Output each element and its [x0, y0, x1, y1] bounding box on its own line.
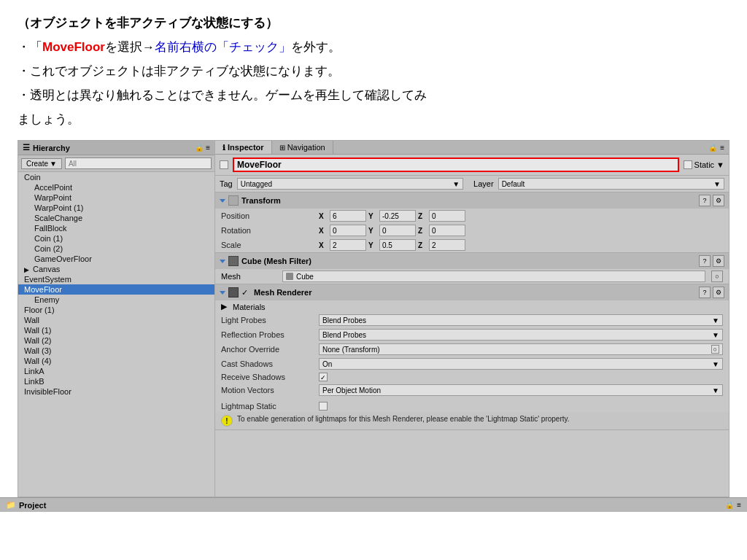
anchor-override-dropdown[interactable]: None (Transform) ○	[319, 343, 723, 355]
info-icon: !	[221, 415, 233, 427]
motion-vectors-row: Motion Vectors Per Object Motion ▼	[215, 383, 729, 397]
cast-shadows-dropdown[interactable]: On ▼	[319, 358, 723, 370]
hierarchy-lock-icon[interactable]: 🔒	[195, 144, 204, 152]
reflection-probes-dropdown-icon: ▼	[712, 331, 719, 339]
transform-settings-icon[interactable]: ⚙	[713, 195, 724, 206]
hierarchy-item-wall-(3)[interactable]: Wall (3)	[18, 346, 214, 356]
hierarchy-item-gameoverfloor[interactable]: GameOverFloor	[18, 254, 214, 264]
tag-dropdown-icon: ▼	[452, 180, 460, 188]
cast-shadows-dropdown-icon: ▼	[712, 360, 719, 368]
mesh-value-field[interactable]: Cube	[282, 271, 705, 282]
mesh-filter-section: Cube (Mesh Filter) ? ⚙ Mesh Cube ○	[215, 253, 729, 284]
hierarchy-panel: ☰ Hierarchy 🔒 ≡ Create ▼ CoinAccelPointW…	[18, 141, 215, 497]
hierarchy-item-linka[interactable]: LinkA	[18, 366, 214, 376]
mesh-renderer-settings-icon[interactable]: ⚙	[713, 287, 724, 298]
hierarchy-toolbar: Create ▼	[18, 155, 214, 172]
mesh-renderer-icon	[228, 287, 239, 298]
hierarchy-item-label: Wall (3)	[24, 346, 51, 355]
motion-vectors-dropdown[interactable]: Per Object Motion ▼	[319, 384, 723, 396]
hierarchy-title: Hierarchy	[33, 144, 70, 152]
pos-z-field[interactable]	[429, 210, 465, 222]
hierarchy-item-linkb[interactable]: LinkB	[18, 376, 214, 386]
light-probes-dropdown[interactable]: Blend Probes ▼	[319, 314, 723, 326]
inspector-lock-icon[interactable]: 🔒	[708, 144, 717, 152]
mesh-dot-icon	[286, 273, 293, 280]
transform-header[interactable]: Transform ? ⚙	[215, 192, 729, 209]
hierarchy-item-label: MoveFloor	[24, 285, 62, 294]
position-row: Position X Y Z	[215, 209, 729, 223]
receive-shadows-checkbox[interactable]	[319, 373, 328, 381]
inspector-options-icon[interactable]: ≡	[720, 144, 724, 152]
create-button[interactable]: Create ▼	[21, 158, 62, 169]
anchor-override-row: Anchor Override None (Transform) ○	[215, 342, 729, 357]
hierarchy-item-fallblock[interactable]: FallBlock	[18, 223, 214, 233]
hierarchy-item-floor-(1)[interactable]: Floor (1)	[18, 305, 214, 315]
hierarchy-item-movefloor[interactable]: MoveFloor	[18, 284, 214, 295]
hierarchy-item-label: LinkB	[24, 377, 44, 386]
hierarchy-item-invisiblefloor[interactable]: InvisibleFloor	[18, 386, 214, 397]
mesh-renderer-help-icon[interactable]: ?	[699, 287, 711, 298]
reflection-probes-dropdown[interactable]: Blend Probes ▼	[319, 329, 723, 341]
active-checkbox[interactable]	[220, 160, 228, 169]
sca-y-field[interactable]	[379, 239, 416, 251]
tab-navigation[interactable]: ⊞ Navigation	[272, 141, 333, 154]
hierarchy-item-label: FallBlock	[34, 224, 67, 233]
hierarchy-item-warppoint-(1)[interactable]: WarpPoint (1)	[18, 203, 214, 213]
hierarchy-item-label: AccelPoint	[34, 183, 72, 192]
mesh-filter-header[interactable]: Cube (Mesh Filter) ? ⚙	[215, 253, 729, 269]
rot-z-field[interactable]	[429, 225, 465, 236]
mesh-filter-help-icon[interactable]: ?	[699, 255, 711, 267]
anchor-override-select-icon[interactable]: ○	[711, 345, 719, 354]
bullet-line-2: ・これでオブジェクトは非アクティブな状態になります。	[18, 61, 729, 82]
title-line: （オブジェクトを非アクティブな状態にする）	[18, 13, 729, 34]
hierarchy-item-wall-(2)[interactable]: Wall (2)	[18, 335, 214, 346]
hierarchy-item-label: WarpPoint (1)	[34, 203, 83, 212]
hierarchy-item-label: LinkA	[24, 367, 44, 376]
hierarchy-item-coin-(2)[interactable]: Coin (2)	[18, 244, 214, 254]
object-name-field[interactable]: MoveFloor	[233, 158, 679, 172]
mesh-select-icon[interactable]: ○	[711, 271, 723, 282]
mesh-filter-settings-icon[interactable]: ⚙	[713, 255, 724, 267]
mesh-renderer-header[interactable]: ✓ Mesh Renderer ? ⚙	[215, 284, 729, 300]
unity-editor: ☰ Hierarchy 🔒 ≡ Create ▼ CoinAccelPointW…	[18, 140, 729, 497]
sca-x-field[interactable]	[330, 239, 366, 251]
hierarchy-item-label: EventSystem	[24, 275, 71, 284]
inspector-tabs: ℹ Inspector ⊞ Navigation 🔒 ≡	[215, 141, 729, 155]
mesh-renderer-collapse-icon	[220, 291, 225, 295]
hierarchy-item-wall-(4)[interactable]: Wall (4)	[18, 356, 214, 366]
project-options-icon[interactable]: ≡	[737, 501, 741, 509]
light-probes-dropdown-icon: ▼	[712, 316, 719, 324]
hierarchy-item-eventsystem[interactable]: EventSystem	[18, 274, 214, 284]
hierarchy-item-canvas[interactable]: ▶ Canvas	[18, 264, 214, 274]
cast-shadows-row: Cast Shadows On ▼	[215, 357, 729, 371]
pos-y-field[interactable]	[379, 210, 416, 222]
inspector-content: MoveFloor Static ▼ Tag Untagged ▼ Layer …	[215, 155, 729, 497]
static-checkbox[interactable]	[684, 160, 692, 169]
pos-x-field[interactable]	[330, 210, 366, 222]
hierarchy-item-coin-(1)[interactable]: Coin (1)	[18, 233, 214, 244]
hierarchy-item-warppoint[interactable]: WarpPoint	[18, 192, 214, 203]
static-dropdown-icon[interactable]: ▼	[716, 160, 724, 169]
transform-help-icon[interactable]: ?	[699, 195, 711, 206]
rot-y-field[interactable]	[379, 225, 416, 236]
hierarchy-item-wall[interactable]: Wall	[18, 315, 214, 325]
hierarchy-item-enemy[interactable]: Enemy	[18, 295, 214, 305]
transform-mesh-icon	[228, 195, 239, 206]
layer-dropdown[interactable]: Default ▼	[498, 178, 724, 190]
hierarchy-item-wall-(1)[interactable]: Wall (1)	[18, 325, 214, 335]
hierarchy-item-accelpoint[interactable]: AccelPoint	[18, 182, 214, 192]
project-lock-icon[interactable]: 🔒	[725, 501, 734, 509]
hierarchy-item-coin[interactable]: Coin	[18, 172, 214, 182]
lightmap-static-checkbox[interactable]	[319, 402, 328, 411]
hierarchy-item-scalechange[interactable]: ScaleChange	[18, 213, 214, 223]
rot-x-field[interactable]	[330, 225, 366, 236]
hierarchy-options-icon[interactable]: ≡	[206, 144, 210, 152]
hierarchy-item-label: ScaleChange	[34, 214, 82, 222]
create-dropdown-icon: ▼	[50, 160, 57, 168]
sca-z-field[interactable]	[429, 239, 465, 251]
hierarchy-item-label: Wall (1)	[24, 326, 51, 335]
tag-dropdown[interactable]: Untagged ▼	[237, 178, 463, 190]
tab-inspector[interactable]: ℹ Inspector	[215, 141, 272, 154]
object-header: MoveFloor Static ▼	[215, 155, 729, 176]
hierarchy-search-input[interactable]	[65, 158, 212, 169]
